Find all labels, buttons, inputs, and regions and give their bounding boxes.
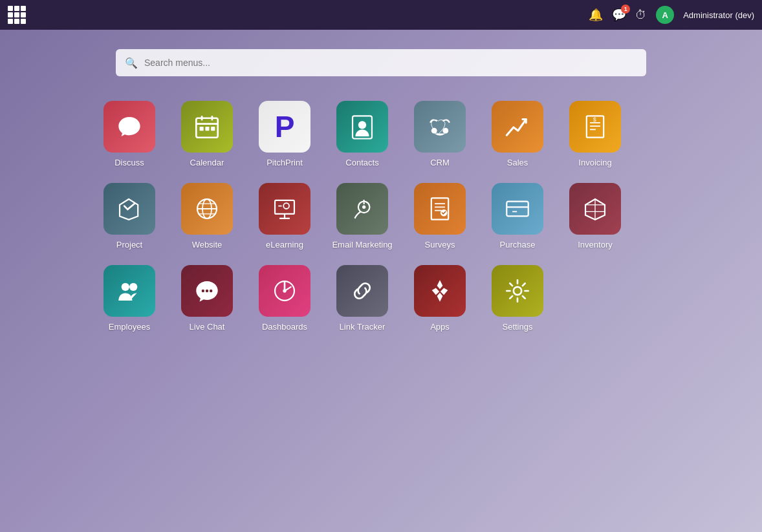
app-label-invoicing: Invoicing [578, 158, 611, 167]
app-item-linktracker[interactable]: Link Tracker [323, 260, 401, 337]
svg-point-47 [514, 287, 521, 295]
app-item-contacts[interactable]: Contacts [323, 96, 401, 173]
app-label-contacts: Contacts [345, 158, 378, 167]
app-icon-project [103, 183, 155, 235]
app-icon-sales [492, 101, 543, 153]
app-label-purchase: Purchase [500, 240, 536, 250]
search-icon: 🔍 [125, 57, 138, 69]
app-item-emailmarketing[interactable]: Email Marketing [323, 178, 401, 255]
svg-marker-43 [437, 280, 443, 289]
app-item-sales[interactable]: Sales [479, 96, 556, 173]
svg-point-9 [431, 128, 437, 134]
app-icon-emailmarketing [336, 183, 388, 235]
app-item-crm[interactable]: CRM [401, 96, 479, 173]
svg-rect-33 [506, 202, 528, 217]
svg-point-36 [122, 283, 129, 291]
app-icon-purchase [492, 183, 543, 235]
clock-icon[interactable]: ⏱ [635, 8, 647, 22]
svg-rect-4 [200, 127, 204, 131]
app-item-livechat[interactable]: Live Chat [168, 260, 246, 337]
app-icon-livechat [181, 265, 233, 317]
app-item-project[interactable]: Project [91, 178, 168, 255]
app-item-apps[interactable]: Apps [401, 260, 479, 337]
app-icon-linktracker [336, 265, 388, 317]
app-item-surveys[interactable]: Surveys [401, 178, 479, 255]
svg-point-37 [129, 283, 137, 291]
app-label-emailmarketing: Email Marketing [332, 240, 392, 250]
app-item-calendar[interactable]: Calendar [168, 96, 246, 173]
svg-text:$: $ [593, 116, 596, 123]
svg-rect-5 [205, 127, 209, 131]
app-icon-calendar [181, 101, 233, 153]
admin-label[interactable]: Administrator (dev) [683, 10, 754, 20]
app-item-elearning[interactable]: eLearning [246, 178, 323, 255]
app-icon-crm [414, 101, 466, 153]
topbar-right: 🔔 💬 1 ⏱ A Administrator (dev) [589, 6, 754, 24]
app-label-elearning: eLearning [266, 240, 303, 250]
app-label-pitchprint: PitchPrint [267, 158, 303, 167]
svg-point-8 [358, 121, 366, 129]
app-label-calendar: Calendar [190, 158, 224, 167]
apps-grid: DiscussCalendarPPitchPrintContactsCRMSal… [0, 89, 762, 343]
app-item-pitchprint[interactable]: PPitchPrint [246, 96, 323, 173]
svg-rect-21 [275, 200, 294, 214]
app-item-website[interactable]: Website [168, 178, 246, 255]
avatar[interactable]: A [656, 6, 674, 24]
svg-point-24 [283, 203, 289, 209]
app-label-dashboards: Dashboards [262, 322, 307, 332]
topbar: 🔔 💬 1 ⏱ A Administrator (dev) [0, 0, 762, 30]
app-icon-invoicing: $ [569, 101, 621, 153]
svg-point-42 [283, 289, 286, 292]
app-item-purchase[interactable]: Purchase [479, 178, 556, 255]
app-label-settings: Settings [503, 322, 533, 332]
app-label-surveys: Surveys [425, 240, 455, 250]
svg-rect-6 [211, 127, 215, 131]
app-icon-settings [492, 265, 543, 317]
svg-point-10 [442, 128, 448, 134]
search-container: 🔍 [116, 49, 646, 76]
app-icon-pitchprint: P [259, 101, 310, 153]
app-icon-surveys [414, 183, 466, 235]
app-item-invoicing[interactable]: $Invoicing [556, 96, 634, 173]
app-item-settings[interactable]: Settings [479, 260, 556, 337]
svg-marker-44 [432, 288, 439, 295]
app-item-inventory[interactable]: Inventory [556, 178, 634, 255]
app-icon-website [181, 183, 233, 235]
app-icon-inventory [569, 183, 621, 235]
svg-rect-28 [431, 198, 448, 219]
message-badge: 1 [621, 5, 630, 14]
app-item-discuss[interactable]: Discuss [91, 96, 168, 173]
app-icon-apps [414, 265, 466, 317]
app-item-dashboards[interactable]: Dashboards [246, 260, 323, 337]
notifications-bell-icon[interactable]: 🔔 [589, 8, 603, 22]
search-input[interactable] [116, 49, 646, 76]
svg-point-39 [206, 290, 208, 292]
home-grid-button[interactable] [8, 6, 26, 24]
app-icon-dashboards [259, 265, 310, 317]
app-icon-elearning [259, 183, 310, 235]
app-label-crm: CRM [430, 158, 450, 167]
svg-point-38 [202, 290, 204, 292]
app-icon-discuss [103, 101, 155, 153]
app-icon-contacts [336, 101, 388, 153]
svg-point-27 [362, 206, 365, 209]
svg-marker-45 [441, 288, 448, 295]
app-label-project: Project [116, 240, 142, 250]
app-label-livechat: Live Chat [190, 322, 225, 332]
app-label-discuss: Discuss [114, 158, 144, 167]
app-label-sales: Sales [507, 158, 528, 167]
messages-icon[interactable]: 💬 1 [612, 8, 626, 22]
app-label-linktracker: Link Tracker [340, 322, 386, 332]
app-item-employees[interactable]: Employees [91, 260, 168, 337]
svg-point-40 [210, 290, 212, 292]
app-label-employees: Employees [109, 322, 150, 332]
svg-marker-46 [437, 293, 443, 302]
app-label-apps: Apps [430, 322, 450, 332]
app-icon-employees [103, 265, 155, 317]
app-label-inventory: Inventory [578, 240, 612, 250]
app-label-website: Website [192, 240, 223, 250]
topbar-left [8, 6, 26, 24]
